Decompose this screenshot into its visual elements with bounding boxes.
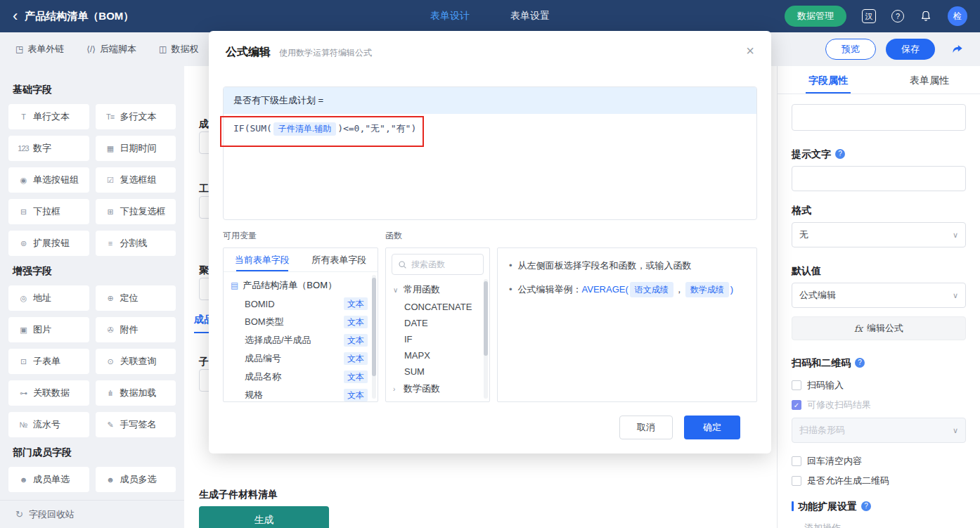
question-icon[interactable]: ? xyxy=(861,501,871,511)
checkbox-scan-input[interactable]: 扫码输入 xyxy=(792,378,966,392)
variable-field-row[interactable]: BOMID 文本 xyxy=(224,295,378,313)
topbar-tab[interactable]: 表单设计 xyxy=(430,10,470,22)
field-type-button[interactable]: ✇ 附件 xyxy=(96,317,176,342)
function-search-input[interactable] xyxy=(411,259,477,269)
toolbar-link[interactable]: ⟨/⟩ 后端脚本 xyxy=(86,43,136,56)
variables-root-node[interactable]: ▤ 产品结构清单（BOM） xyxy=(224,276,378,295)
tip-text-input[interactable] xyxy=(792,166,966,191)
field-type-button[interactable]: ⊡ 子表单 xyxy=(8,349,89,374)
field-type-icon: ⊞ xyxy=(103,207,118,217)
function-item[interactable]: IF xyxy=(386,331,489,347)
scrollbar-thumb[interactable] xyxy=(372,278,376,377)
formula-editor[interactable]: 是否有下级生成计划 = IF(SUM(子件清单.辅助)<=0,"无","有") xyxy=(223,86,757,220)
checkbox-allow-qrcode[interactable]: 是否允许生成二维码 xyxy=(792,474,966,488)
function-group-math[interactable]: › 数学函数 xyxy=(386,380,489,398)
question-icon[interactable]: ? xyxy=(835,149,845,159)
field-type-icon: ⊡ xyxy=(15,357,31,366)
field-type-button[interactable]: № 流水号 xyxy=(8,412,89,437)
generate-button[interactable]: 生成 xyxy=(199,506,329,528)
function-search[interactable] xyxy=(392,254,484,275)
checkbox-icon[interactable] xyxy=(792,456,801,466)
avatar[interactable]: 检 xyxy=(948,6,967,26)
variable-field-row[interactable]: 选择成品/半成品 文本 xyxy=(224,331,378,349)
checkbox-modify-scan-result[interactable]: ✓ 可修改扫码结果 xyxy=(792,398,966,412)
field-type-button[interactable]: T≡ 多行文本 xyxy=(96,104,176,129)
field-type-button[interactable]: ⊙ 关联查询 xyxy=(96,349,176,374)
language-icon[interactable]: 汉 xyxy=(862,9,876,23)
field-type-button[interactable]: ⊚ 扩展按钮 xyxy=(8,231,89,256)
field-type-button[interactable]: ⊶ 关联数据 xyxy=(8,380,89,406)
unlabeled-input[interactable] xyxy=(792,104,966,131)
field-type-button[interactable]: ☻ 成员多选 xyxy=(96,467,176,492)
field-type-button[interactable]: ⊞ 下拉复选框 xyxy=(96,199,176,224)
field-recycle-bin[interactable]: ↻ 字段回收站 xyxy=(0,500,184,528)
field-type-label: 定位 xyxy=(120,292,138,304)
field-chip[interactable]: 子件清单.辅助 xyxy=(273,122,336,136)
field-type-button[interactable]: ✎ 手写签名 xyxy=(96,412,176,437)
properties-tab[interactable]: 表单属性 xyxy=(879,66,980,94)
edit-formula-button[interactable]: fx 编辑公式 xyxy=(792,316,966,340)
formula-code-suffix: )<=0,"无","有") xyxy=(337,123,416,134)
field-type-button[interactable]: ▦ 日期时间 xyxy=(96,136,176,161)
checkbox-icon[interactable] xyxy=(792,476,801,486)
field-type-icon: ılı xyxy=(103,389,118,397)
variable-field-type-tag: 文本 xyxy=(344,352,368,365)
variable-field-row[interactable]: 规格 文本 xyxy=(224,386,378,402)
variable-field-row[interactable]: 成品名称 文本 xyxy=(224,368,378,386)
topbar-tab[interactable]: 表单设置 xyxy=(510,10,550,22)
checkbox-icon[interactable] xyxy=(792,380,801,390)
field-type-button[interactable]: ⊟ 下拉框 xyxy=(8,199,89,224)
preview-button[interactable]: 预览 xyxy=(825,39,876,60)
field-type-button[interactable]: ◎ 地址 xyxy=(8,285,89,311)
toolbar-link[interactable]: ◫ 数据权 xyxy=(159,43,198,56)
checkbox-enter-clear[interactable]: 回车清空内容 xyxy=(792,454,966,468)
help-tip-text: 从左侧面板选择字段名和函数，或输入函数 xyxy=(518,258,692,273)
modal-title: 公式编辑 xyxy=(226,45,271,60)
share-icon[interactable] xyxy=(950,42,965,56)
back-icon[interactable]: ‹ xyxy=(13,8,18,24)
add-action-button[interactable]: 添加操作 xyxy=(792,522,966,528)
properties-tab[interactable]: 字段属性 xyxy=(778,66,879,94)
default-value-select[interactable]: 公式编辑 ∨ xyxy=(792,283,966,308)
function-item[interactable]: DATE xyxy=(386,315,489,331)
formula-code[interactable]: IF(SUM(子件清单.辅助)<=0,"无","有") xyxy=(224,114,756,144)
cancel-button[interactable]: 取消 xyxy=(619,416,673,439)
question-icon[interactable]: ? xyxy=(855,358,865,368)
format-select[interactable]: 无 ∨ xyxy=(792,222,966,247)
field-type-icon: ⊙ xyxy=(103,357,118,366)
confirm-button[interactable]: 确定 xyxy=(684,416,740,439)
data-manage-button[interactable]: 数据管理 xyxy=(785,6,846,27)
variable-field-row[interactable]: BOM类型 文本 xyxy=(224,313,378,331)
field-type-label: 扩展按钮 xyxy=(33,237,70,250)
toolbar-link-label: 数据权 xyxy=(171,43,198,56)
field-type-icon: ◎ xyxy=(15,294,31,303)
field-type-button[interactable]: ≡ 分割线 xyxy=(96,231,176,256)
toolbar-link[interactable]: ◳ 表单外链 xyxy=(15,43,64,56)
function-group-common[interactable]: ∨ 常用函数 xyxy=(386,281,489,299)
field-type-label: 数据加载 xyxy=(120,387,157,399)
variables-tab[interactable]: 所有表单字段 xyxy=(301,248,378,271)
function-item[interactable]: SUM xyxy=(386,363,489,380)
section-title-member-fields: 部门成员字段 xyxy=(13,446,172,458)
variable-field-row[interactable]: 成品编号 文本 xyxy=(224,349,378,368)
field-type-button[interactable]: ⊕ 定位 xyxy=(96,285,176,311)
checkbox-checked-icon[interactable]: ✓ xyxy=(792,400,801,410)
help-icon[interactable]: ? xyxy=(891,10,904,22)
function-item[interactable]: CONCATENATE xyxy=(386,299,489,315)
field-type-button[interactable]: ☻ 成员单选 xyxy=(8,467,89,492)
function-group-text[interactable]: › 文本函数 xyxy=(386,398,489,402)
field-type-button[interactable]: ▣ 图片 xyxy=(8,317,89,342)
variables-tab[interactable]: 当前表单字段 xyxy=(224,248,301,271)
bell-icon[interactable] xyxy=(920,10,932,22)
scrollbar-thumb[interactable] xyxy=(484,281,488,355)
toolbar-link-icon: ◳ xyxy=(15,44,23,54)
field-type-button[interactable]: ılı 数据加载 xyxy=(96,380,176,406)
save-button[interactable]: 保存 xyxy=(886,39,935,60)
topbar-tabs: 表单设计 表单设置 xyxy=(430,10,550,22)
field-type-button[interactable]: T 单行文本 xyxy=(8,104,89,129)
field-type-button[interactable]: ☑ 复选框组 xyxy=(96,167,176,193)
function-item[interactable]: MAPX xyxy=(386,347,489,363)
field-type-button[interactable]: 123 数字 xyxy=(8,136,89,161)
close-icon[interactable]: × xyxy=(746,44,754,58)
field-type-button[interactable]: ◉ 单选按钮组 xyxy=(8,167,89,193)
